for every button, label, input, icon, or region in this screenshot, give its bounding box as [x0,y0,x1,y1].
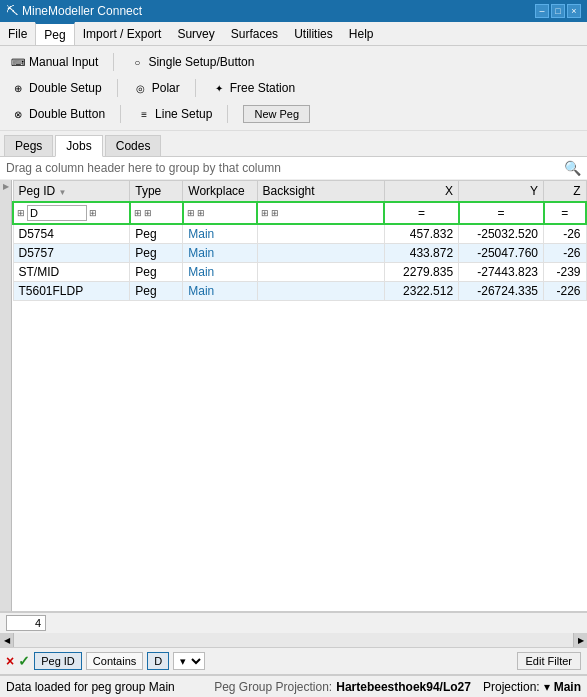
col-header-workplace[interactable]: Workplace [183,181,257,203]
double-button-button[interactable]: ⊗ Double Button [6,104,109,124]
data-table: Peg ID ▼ Type Workplace Backsight [12,180,587,301]
cell-workplace-3: Main [183,282,257,301]
table-row[interactable]: T5601FLDP Peg Main 2322.512 -26724.335 -… [13,282,586,301]
filter-x-value: = [418,206,425,220]
filter-peg-id-input[interactable] [27,205,87,221]
filter-cell-z: = [544,202,587,224]
cell-type-1: Peg [130,244,183,263]
title-bar: ⛏ MineModeller Connect – □ × [0,0,587,22]
search-icon[interactable]: 🔍 [564,160,581,176]
menu-survey[interactable]: Survey [169,22,222,45]
menu-utilities[interactable]: Utilities [286,22,341,45]
col-header-y[interactable]: Y [459,181,544,203]
title-bar-left: ⛏ MineModeller Connect [6,4,142,18]
col-type-label: Type [135,184,161,198]
cell-backsight-2 [257,263,384,282]
projection-label: Peg Group Projection: [214,680,332,694]
line-setup-label: Line Setup [155,107,212,121]
h-scrollbar[interactable]: ◀ ▶ [0,633,587,647]
filter-cell-type: ⊞ ⊞ [130,202,183,224]
col-peg-id-sort: ▼ [59,188,67,197]
double-button-label: Double Button [29,107,105,121]
polar-label: Polar [152,81,180,95]
edit-filter-button[interactable]: Edit Filter [517,652,581,670]
menu-surfaces[interactable]: Surfaces [223,22,286,45]
filter-operator-button[interactable]: Contains [86,652,143,670]
table-row[interactable]: D5757 Peg Main 433.872 -25047.760 -26 [13,244,586,263]
free-station-button[interactable]: ✦ Free Station [207,78,299,98]
manual-input-icon: ⌨ [10,54,26,70]
col-peg-id-label: Peg ID [19,184,56,198]
projection-dropdown-arrow[interactable]: ▾ [544,680,550,694]
bottom-section: ◀ ▶ × ✓ Peg ID Contains D ▾ Edit Filter … [0,611,587,697]
cell-z-1: -26 [544,244,587,263]
col-header-z[interactable]: Z [544,181,587,203]
filter-y-value: = [498,206,505,220]
manual-input-button[interactable]: ⌨ Manual Input [6,52,102,72]
app-icon: ⛏ [6,4,18,18]
col-z-label: Z [573,184,580,198]
col-header-x[interactable]: X [384,181,458,203]
menu-import-export[interactable]: Import / Export [75,22,170,45]
status-bar: Data loaded for peg group Main Peg Group… [0,675,587,697]
table-container[interactable]: Peg ID ▼ Type Workplace Backsight [12,180,587,611]
table-row[interactable]: D5754 Peg Main 457.832 -25032.520 -26 [13,224,586,244]
page-number-input[interactable] [6,615,46,631]
cell-y-0: -25032.520 [459,224,544,244]
maximize-button[interactable]: □ [551,4,565,18]
scroll-left-button[interactable]: ◀ [0,633,14,647]
toolbar-separator-2 [117,79,118,97]
line-setup-icon: ≡ [136,106,152,122]
filter-type-left-icon: ⊞ [134,208,142,218]
toolbar-separator-4 [120,105,121,123]
tab-pegs[interactable]: Pegs [4,135,53,156]
col-header-backsight[interactable]: Backsight [257,181,384,203]
tab-codes[interactable]: Codes [105,135,162,156]
tab-bar: Pegs Jobs Codes [0,131,587,157]
cell-peg-id-3: T5601FLDP [13,282,130,301]
table-header-row: Peg ID ▼ Type Workplace Backsight [13,181,586,203]
close-button[interactable]: × [567,4,581,18]
line-setup-button[interactable]: ≡ Line Setup [132,104,216,124]
menu-peg[interactable]: Peg [35,22,74,45]
minimize-button[interactable]: – [535,4,549,18]
filter-confirm-button[interactable]: ✓ [18,653,30,669]
menu-bar: File Peg Import / Export Survey Surfaces… [0,22,587,46]
menu-help[interactable]: Help [341,22,382,45]
drag-hint-text: Drag a column header here to group by th… [6,161,281,175]
polar-button[interactable]: ◎ Polar [129,78,184,98]
filter-type-right-icon: ⊞ [144,208,152,218]
table-row[interactable]: ST/MID Peg Main 2279.835 -27443.823 -239 [13,263,586,282]
cell-backsight-3 [257,282,384,301]
menu-file[interactable]: File [0,22,35,45]
single-setup-button[interactable]: ○ Single Setup/Button [125,52,258,72]
status-right: Peg Group Projection: Hartebeesthoek94/L… [214,680,581,694]
tab-jobs[interactable]: Jobs [55,135,102,157]
double-setup-button[interactable]: ⊕ Double Setup [6,78,106,98]
scroll-right-button[interactable]: ▶ [573,633,587,647]
cell-workplace-2: Main [183,263,257,282]
cell-x-1: 433.872 [384,244,458,263]
filter-cell-backsight: ⊞ ⊞ [257,202,384,224]
filter-dropdown[interactable]: ▾ [173,652,205,670]
cell-x-3: 2322.512 [384,282,458,301]
status-left-text: Data loaded for peg group Main [6,680,175,694]
new-peg-button[interactable]: New Peg [243,105,310,123]
cell-type-3: Peg [130,282,183,301]
cell-y-3: -26724.335 [459,282,544,301]
double-button-icon: ⊗ [10,106,26,122]
cell-y-2: -27443.823 [459,263,544,282]
filter-value-button[interactable]: D [147,652,169,670]
filter-cell-y: = [459,202,544,224]
left-filter-indicator: ▶ [0,180,12,611]
filter-field-button[interactable]: Peg ID [34,652,82,670]
toolbar-separator-3 [195,79,196,97]
col-header-type[interactable]: Type [130,181,183,203]
filter-row: ⊞ ⊞ ⊞ ⊞ [13,202,586,224]
col-header-peg-id[interactable]: Peg ID ▼ [13,181,130,203]
col-backsight-label: Backsight [263,184,315,198]
filter-cancel-button[interactable]: × [6,653,14,669]
filter-peg-id-right-icon: ⊞ [89,208,97,218]
projection-value: Hartebeesthoek94/Lo27 [336,680,471,694]
free-station-icon: ✦ [211,80,227,96]
